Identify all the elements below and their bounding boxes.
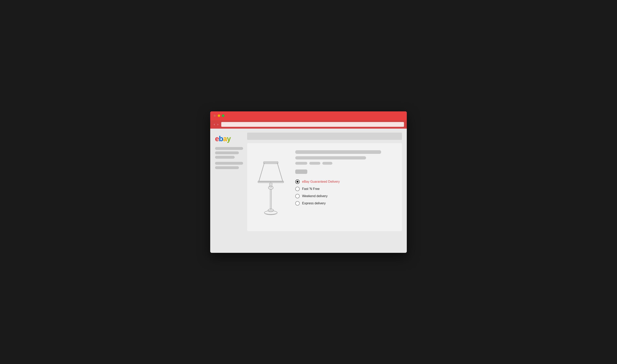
radio-fastnfree[interactable] — [295, 187, 300, 191]
browser-window: ‹ › ebay — [210, 111, 407, 253]
sidebar-group-2 — [215, 162, 243, 169]
back-button[interactable]: ‹ — [213, 122, 216, 127]
logo-b: b — [219, 135, 223, 143]
delivery-label-weekend: Weekend delivery — [302, 194, 328, 198]
product-info: eBay Guaranteed Delivery Fast 'N Free We… — [295, 149, 396, 225]
sidebar-bar — [215, 151, 239, 154]
sidebar-bar — [215, 162, 243, 165]
svg-rect-4 — [270, 189, 271, 209]
tag-1 — [295, 162, 307, 165]
lamp-svg — [255, 151, 287, 223]
logo-a: a — [223, 135, 227, 143]
product-tags — [295, 162, 396, 165]
search-bar-placeholder[interactable] — [247, 133, 402, 140]
product-title-bar-2 — [295, 156, 366, 159]
sidebar-bar — [215, 147, 243, 150]
main-content: eBay Guaranteed Delivery Fast 'N Free We… — [247, 133, 402, 248]
sidebar: ebay — [215, 133, 243, 248]
product-price — [295, 169, 307, 174]
logo-y: y — [227, 135, 231, 143]
delivery-option-express[interactable]: Express delivery — [295, 201, 396, 206]
delivery-option-fastnfree[interactable]: Fast 'N Free — [295, 187, 396, 191]
nav-bar: ‹ › — [210, 120, 407, 129]
radio-weekend[interactable] — [295, 194, 300, 198]
page-content: ebay — [210, 129, 407, 253]
minimize-button[interactable] — [218, 114, 220, 117]
delivery-label-express: Express delivery — [302, 202, 326, 205]
delivery-option-guaranteed[interactable]: eBay Guaranteed Delivery — [295, 180, 396, 184]
address-bar[interactable] — [221, 122, 404, 127]
radio-guaranteed[interactable] — [295, 180, 300, 184]
product-card: eBay Guaranteed Delivery Fast 'N Free We… — [247, 143, 402, 231]
delivery-option-weekend[interactable]: Weekend delivery — [295, 194, 396, 198]
title-bar — [210, 111, 407, 120]
sidebar-bar — [215, 166, 239, 169]
radio-express[interactable] — [295, 201, 300, 206]
forward-button[interactable]: › — [217, 122, 219, 127]
nav-arrows: ‹ › — [213, 122, 219, 127]
lamp-illustration — [253, 149, 289, 225]
ebay-logo: ebay — [215, 135, 243, 143]
delivery-label-guaranteed: eBay Guaranteed Delivery — [302, 180, 340, 183]
product-title-bar-1 — [295, 150, 381, 154]
sidebar-group-1 — [215, 147, 243, 159]
delivery-label-fastnfree: Fast 'N Free — [302, 187, 320, 191]
tag-3 — [322, 162, 332, 165]
tag-2 — [309, 162, 320, 165]
logo-e: e — [215, 135, 219, 143]
sidebar-bar — [215, 156, 235, 159]
radio-inner-guaranteed — [296, 181, 299, 183]
maximize-button[interactable] — [222, 114, 224, 117]
close-button[interactable] — [213, 114, 216, 117]
delivery-section: eBay Guaranteed Delivery Fast 'N Free We… — [295, 180, 396, 206]
